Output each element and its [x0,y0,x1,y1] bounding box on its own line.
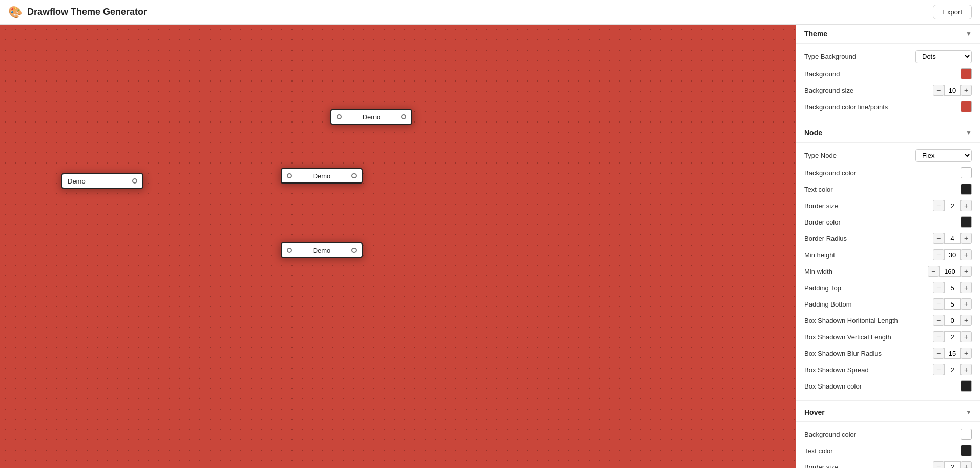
header-left: 🎨 Drawflow Theme Generator [8,6,147,19]
min-height-minus[interactable]: − [933,249,944,260]
border-color-label: Border color [804,218,961,226]
box-shadow-h-stepper: − 0 + [933,315,972,326]
min-width-value: 160 [939,266,961,277]
node-text-color-swatch[interactable] [961,184,972,195]
node-bg-color-label: Background color [804,169,961,177]
padding-top-plus[interactable]: + [961,282,972,293]
divider-2 [796,400,980,401]
border-radius-value: 4 [944,233,961,244]
hover-text-color-swatch[interactable] [961,445,972,456]
box-shadow-spread-minus[interactable]: − [933,364,944,375]
node-1-right-port[interactable] [132,178,137,184]
background-color-swatch[interactable] [961,68,972,79]
padding-top-stepper: − 5 + [933,282,972,293]
node-section-title: Node [804,129,822,137]
export-button[interactable]: Export [933,5,972,19]
box-shadow-spread-label: Box Shadown Spread [804,366,933,374]
node-4-left-port[interactable] [287,248,292,253]
background-size-minus[interactable]: − [933,85,944,96]
box-shadow-v-minus[interactable]: − [933,331,944,342]
box-shadow-blur-row: Box Shadown Blur Radius − 15 + [804,345,972,361]
background-size-plus[interactable]: + [961,85,972,96]
hover-bg-color-label: Background color [804,431,961,438]
hover-border-size-stepper: − 2 + [933,461,972,468]
min-width-plus[interactable]: + [961,266,972,277]
box-shadow-h-plus[interactable]: + [961,315,972,326]
node-3-label: Demo [313,172,331,180]
padding-bottom-minus[interactable]: − [933,298,944,310]
box-shadow-blur-minus[interactable]: − [933,348,944,359]
node-text-color-control [961,184,972,195]
hover-text-color-row: Text color [804,442,972,459]
theme-section-header[interactable]: Theme ▼ [796,25,980,44]
hover-bg-color-swatch[interactable] [961,429,972,440]
hover-section-title: Hover [804,408,825,416]
node-3-right-port[interactable] [351,173,357,178]
box-shadow-blur-stepper: − 15 + [933,348,972,359]
min-height-value: 30 [944,249,961,260]
hover-border-size-value: 2 [944,461,961,468]
node-section-header[interactable]: Node ▼ [796,124,980,143]
hover-border-size-plus[interactable]: + [961,461,972,468]
min-height-plus[interactable]: + [961,249,972,260]
box-shadow-spread-row: Box Shadown Spread − 2 + [804,361,972,378]
type-background-control: Dots Lines None [915,50,972,63]
type-node-label: Type Node [804,152,915,159]
border-size-minus[interactable]: − [933,200,944,211]
type-node-select[interactable]: Flex Block [915,149,972,162]
node-chevron-icon: ▼ [966,129,972,136]
box-shadow-v-stepper: − 2 + [933,331,972,342]
border-size-plus[interactable]: + [961,200,972,211]
theme-chevron-icon: ▼ [966,30,972,37]
hover-border-size-minus[interactable]: − [933,461,944,468]
border-radius-plus[interactable]: + [961,233,972,244]
node-4-right-port[interactable] [351,248,357,253]
hover-chevron-icon: ▼ [966,409,972,416]
box-shadow-spread-stepper: − 2 + [933,364,972,375]
border-radius-label: Border Radius [804,235,933,242]
box-shadow-spread-plus[interactable]: + [961,364,972,375]
node-3[interactable]: Demo [281,168,363,184]
background-color-line-swatch[interactable] [961,101,972,112]
background-color-line-control [961,101,972,112]
canvas: Demo Demo Demo Demo [0,25,796,468]
background-size-value: 10 [944,85,961,96]
background-color-line-row: Background color line/points [804,98,972,115]
padding-bottom-plus[interactable]: + [961,298,972,310]
theme-section-body: Type Background Dots Lines None Backgrou… [796,44,980,119]
box-shadow-color-swatch[interactable] [961,380,972,392]
padding-top-minus[interactable]: − [933,282,944,293]
box-shadow-color-label: Box Shadown color [804,382,961,390]
box-shadow-blur-value: 15 [944,348,961,359]
node-2-left-port[interactable] [337,114,342,119]
min-width-minus[interactable]: − [928,266,939,277]
border-color-swatch[interactable] [961,216,972,228]
background-control [961,68,972,79]
background-color-line-label: Background color line/points [804,103,961,111]
node-4[interactable]: Demo [281,242,363,258]
box-shadow-blur-plus[interactable]: + [961,348,972,359]
border-size-row: Border size − 2 + [804,197,972,214]
background-row: Background [804,66,972,82]
hover-bg-color-control [961,429,972,440]
box-shadow-v-label: Box Shadown Vertical Length [804,333,933,341]
min-height-stepper: − 30 + [933,249,972,260]
min-height-label: Min height [804,251,933,259]
main: Demo Demo Demo Demo Theme ▼ [0,25,980,468]
hover-section-header[interactable]: Hover ▼ [796,403,980,422]
node-bg-color-swatch[interactable] [961,167,972,178]
node-3-left-port[interactable] [287,173,292,178]
node-2[interactable]: Demo [330,109,412,125]
type-background-select[interactable]: Dots Lines None [915,50,972,63]
box-shadow-v-plus[interactable]: + [961,331,972,342]
node-2-right-port[interactable] [401,114,406,119]
node-section-body: Type Node Flex Block Background color Te… [796,143,980,398]
node-1[interactable]: Demo [61,173,143,189]
box-shadow-h-minus[interactable]: − [933,315,944,326]
border-radius-minus[interactable]: − [933,233,944,244]
border-size-value: 2 [944,200,961,211]
border-size-label: Border size [804,202,933,210]
background-label: Background [804,70,961,78]
min-width-label: Min width [804,268,928,275]
box-shadow-h-row: Box Shadown Horitontal Length − 0 + [804,312,972,329]
